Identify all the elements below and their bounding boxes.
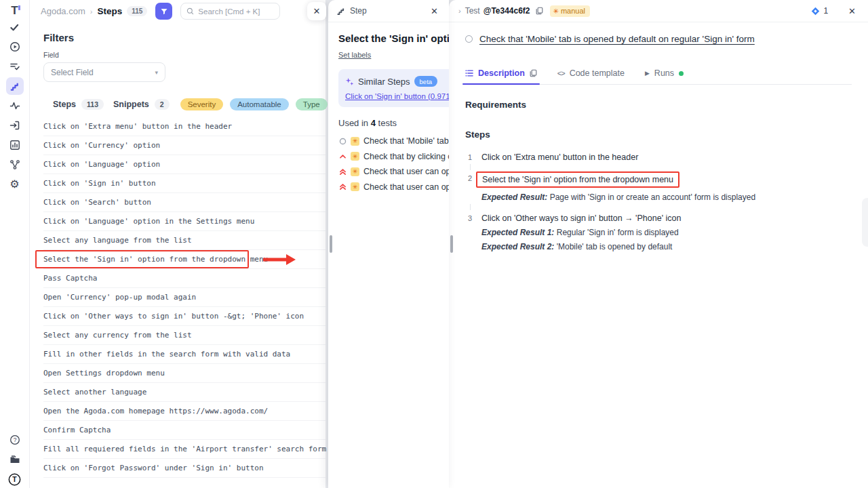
step-list-row[interactable]: Select any currency from the list [43, 326, 326, 345]
beta-badge: beta [414, 76, 438, 87]
step-list-row[interactable]: Open Settings dropdown menu [43, 364, 326, 383]
branches-icon[interactable] [6, 156, 24, 174]
play-icon: ▶ [645, 70, 650, 77]
test-type-icon: ✳ [351, 167, 359, 176]
tab-code-template[interactable]: <> Code template [557, 62, 625, 84]
step-list-row[interactable]: Open the Agoda.com homepage https://www.… [43, 402, 326, 421]
search-input[interactable] [198, 7, 273, 16]
step-connector-line [470, 204, 471, 210]
breadcrumb-project[interactable]: Agoda.com [41, 6, 85, 16]
test-title-link[interactable]: Check that 'Mobile' tab is opened by def… [479, 34, 755, 44]
version-indicator[interactable]: 1 [811, 6, 828, 16]
step-list-row[interactable]: Click on 'Extra menu' button in the head… [43, 117, 326, 136]
step-list-row[interactable]: Select the 'Sign in' option from the dro… [43, 250, 326, 269]
step-list-row[interactable]: Click on 'Currency' option [43, 136, 326, 155]
step-detail-panel: Step ✕ Select the 'Sign in' option from … [328, 0, 449, 488]
test-panel-header: › Test @Te344c6f2 ✳ manual 1 ✕ [449, 0, 868, 22]
test-step-item: 3Click on 'Other ways to sign in' button… [465, 212, 852, 251]
reports-chart-icon[interactable] [6, 136, 24, 154]
used-in-test-row[interactable]: ✳Check that by clicking o [338, 149, 449, 165]
plans-list-check-icon[interactable] [6, 58, 24, 75]
steps-panel-close-button[interactable]: ✕ [307, 2, 326, 20]
test-type-icon: ✳ [351, 137, 359, 146]
test-type-icon: ✳ [351, 152, 359, 161]
priority-none-icon [338, 137, 347, 145]
filter-button[interactable] [155, 3, 172, 20]
step-list-row-text: Click on 'Language' option [43, 160, 160, 169]
used-in-test-row[interactable]: ✳Check that user can op [338, 180, 449, 195]
field-select-value: Select Field [51, 68, 94, 77]
test-step-text: Click on 'Other ways to sign in' button … [481, 212, 681, 223]
steps-list: Click on 'Extra menu' button in the head… [43, 117, 326, 478]
tests-icon[interactable] [6, 18, 24, 36]
requirements-heading: Requirements [465, 100, 852, 110]
snippets-count-badge: 2 [155, 99, 170, 110]
steps-tab[interactable]: Steps [53, 100, 76, 109]
help-icon[interactable]: ? [6, 431, 24, 449]
step-list-row[interactable]: Click on 'Other ways to sign in' button … [43, 307, 326, 326]
settings-gear-icon[interactable]: ⚙ [6, 176, 24, 193]
step-list-row[interactable]: Click on 'Forgot Password' under 'Sign i… [43, 459, 326, 478]
filters-title: Filters [43, 32, 326, 43]
step-list-row-text: Click on 'Extra menu' button in the head… [43, 122, 232, 131]
step-list-row[interactable]: Select any language from the list [43, 231, 326, 250]
test-panel-resize-handle[interactable] [450, 235, 453, 253]
step-list-row-text: Select any currency from the list [43, 331, 192, 340]
runs-play-icon[interactable] [6, 38, 24, 56]
tab-runs[interactable]: ▶ Runs [645, 62, 684, 84]
steps-icon[interactable] [6, 77, 24, 95]
step-panel-close-button[interactable]: ✕ [428, 5, 441, 18]
test-detail-panel: › Test @Te344c6f2 ✳ manual 1 ✕ Chec [449, 0, 868, 488]
test-id: @Te344c6f2 [484, 6, 530, 16]
filter-badge-severity[interactable]: Severity [180, 98, 224, 110]
app-logo-icon[interactable]: T [11, 5, 18, 16]
filter-badge-type[interactable]: Type [296, 98, 328, 110]
test-step-text: Select the 'Sign in' option from the dro… [481, 172, 755, 188]
step-list-row[interactable]: Confirm Captcha [43, 421, 326, 440]
copy-description-icon[interactable] [530, 69, 537, 77]
edge-scroll-handle[interactable] [862, 198, 868, 247]
step-list-row-text: Select any language from the list [43, 236, 192, 245]
projects-folder-icon[interactable] [6, 451, 24, 468]
similar-step-link[interactable]: Click on 'Sign in' button (0.9715 [345, 92, 449, 100]
field-select[interactable]: Select Field ▾ [43, 62, 165, 82]
breadcrumb-section[interactable]: Steps [97, 6, 122, 16]
step-list-row[interactable]: Click on 'Sign in' button [43, 174, 326, 193]
test-step-text: Click on 'Extra menu' button in the head… [481, 151, 638, 162]
step-list-row[interactable]: Fill all requiered fields in the 'Airpor… [43, 440, 326, 459]
test-step-number: 2 [465, 172, 475, 202]
tab-description[interactable]: Description [465, 62, 537, 84]
step-list-row[interactable]: Open 'Currency' pop-up modal again [43, 288, 326, 307]
diamond-icon [811, 7, 820, 16]
step-list-row[interactable]: Click on 'Search' button [43, 193, 326, 212]
logo-badge-icon[interactable]: T [6, 470, 24, 488]
breadcrumb-separator: › [90, 7, 93, 16]
manual-spark-icon: ✳ [553, 7, 559, 15]
test-type-icon: ✳ [351, 182, 359, 191]
similar-steps-card: Similar Steps beta Click on 'Sign in' bu… [338, 69, 449, 107]
import-icon[interactable] [6, 117, 24, 134]
snippets-tab[interactable]: Snippets [113, 100, 149, 109]
step-panel-resize-handle[interactable] [330, 235, 332, 253]
step-list-row[interactable]: Click on 'Language' option [43, 155, 326, 174]
svg-text:?: ? [13, 436, 16, 443]
steps-count-badge: 113 [81, 99, 104, 110]
used-in-test-name: Check that user can op [363, 182, 449, 192]
step-list-row-text: Click on 'Sign in' button [43, 179, 156, 188]
step-list-row[interactable]: Pass Captcha [43, 269, 326, 288]
step-panel-title: Step [350, 6, 367, 16]
filter-badge-automatable[interactable]: Automatable [230, 98, 289, 110]
code-icon: <> [557, 69, 565, 77]
used-in-test-row[interactable]: ✳Check that user can op [338, 164, 449, 180]
test-panel-close-button[interactable]: ✕ [846, 5, 859, 18]
copy-test-id-icon[interactable] [536, 7, 543, 15]
step-list-row[interactable]: Select another language [43, 383, 326, 402]
used-in-test-row[interactable]: ✳Check that 'Mobile' tab is opened by de… [338, 134, 449, 149]
expected-result: Expected Result 2: 'Mobile' tab is opene… [481, 242, 681, 251]
step-list-row[interactable]: Fill in other fields in the search form … [43, 345, 326, 364]
step-list-row-text: Fill in other fields in the search form … [43, 350, 290, 359]
step-list-row[interactable]: Click on 'Language' option in the Settin… [43, 212, 326, 231]
set-labels-link[interactable]: Set labels [338, 51, 371, 59]
steps-total-badge: 115 [127, 6, 147, 16]
pulse-icon[interactable] [6, 97, 24, 115]
